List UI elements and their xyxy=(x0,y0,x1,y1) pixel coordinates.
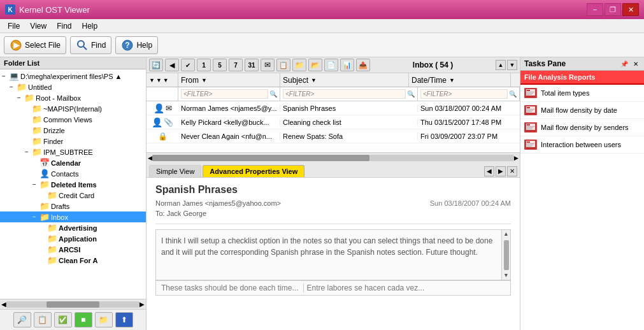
expand-ipm[interactable]: − xyxy=(23,148,31,156)
bottom-btn-up[interactable]: ⬆ xyxy=(115,312,133,327)
tree-item-inbox[interactable]: − 📁 Inbox xyxy=(0,212,146,222)
find-label: Find xyxy=(91,41,106,50)
clean-label: Clean For A xyxy=(59,257,97,264)
tree-item-finder[interactable]: + 📁 Finder xyxy=(0,136,146,147)
scroll-right-btn[interactable]: ▶ xyxy=(140,301,145,308)
tree-root-path[interactable]: − 💻 D:\megha\experiment files\PS ▲ xyxy=(0,71,146,82)
tree-item-drafts[interactable]: + 📁 Drafts xyxy=(0,201,146,212)
toolbar-btn-3[interactable]: 5 xyxy=(213,59,227,71)
tree-item-mapisp[interactable]: + 📁 ~MAPISP(Internal) xyxy=(0,103,146,114)
tree-item-advertising[interactable]: + 📁 Advertising xyxy=(0,222,146,233)
expand-inbox[interactable]: − xyxy=(31,213,38,221)
expand-root[interactable]: − xyxy=(0,73,8,80)
expand-deleted[interactable]: − xyxy=(31,181,38,189)
close-button[interactable]: ✕ xyxy=(622,3,639,16)
tree-item-untitled[interactable]: − 📁 Untitled xyxy=(0,82,146,92)
bottom-btn-search[interactable]: 🔎 xyxy=(13,312,31,327)
report-item-senders[interactable]: Mail flow density by senders xyxy=(520,119,644,136)
tab-advanced-properties[interactable]: Advanced Properties View xyxy=(203,165,304,177)
hscroll-left[interactable]: ◀ xyxy=(148,155,152,161)
report-item-total[interactable]: Total item types xyxy=(520,85,644,102)
tab-nav-close[interactable]: ✕ xyxy=(507,166,517,176)
tasks-pane-header: Tasks Pane 📌 ✕ xyxy=(520,57,644,71)
toolbar-btn-7[interactable]: 📁 xyxy=(292,59,306,71)
col-icons-drop3[interactable]: ▼ xyxy=(163,77,169,83)
refresh-btn[interactable]: 🔄 xyxy=(149,59,163,71)
hscroll-right[interactable]: ▶ xyxy=(514,155,519,161)
col-header-from[interactable]: From ▼ xyxy=(178,73,280,87)
bottom-btn-green[interactable]: ■ xyxy=(75,312,92,327)
bottom-btn-list[interactable]: 📋 xyxy=(34,312,52,327)
row3-date: Fri 03/09/2007 23:07 PM xyxy=(418,133,520,140)
folder-tree[interactable]: − 💻 D:\megha\experiment files\PS ▲ − 📁 U… xyxy=(0,69,146,299)
bottom-btn-check[interactable]: ✅ xyxy=(54,312,72,327)
tree-item-clean-for-a[interactable]: + 📁 Clean For A xyxy=(0,255,146,266)
tab-nav-next[interactable]: ▶ xyxy=(496,166,506,176)
tree-item-calendar[interactable]: + 📅 Calendar xyxy=(0,157,146,168)
find-button[interactable]: Find xyxy=(70,36,111,54)
tree-item-common-views[interactable]: + 📁 Common Views xyxy=(0,114,146,125)
email-hscroll-thumb xyxy=(152,155,369,161)
tree-item-contacts[interactable]: + 👤 Contacts xyxy=(0,168,146,179)
toolbar-btn-2[interactable]: 1 xyxy=(197,59,211,71)
tasks-pane-pin[interactable]: 📌 xyxy=(619,61,630,68)
col-header-datetime[interactable]: Date/Time ▼ xyxy=(409,73,511,87)
tasks-pane-close[interactable]: ✕ xyxy=(631,61,640,68)
inbox-nav-up[interactable]: ▲ xyxy=(496,60,506,70)
table-row[interactable]: 👤 📎 Kelly Pickard <kelly@buck... Cleanin… xyxy=(147,115,520,129)
menu-view[interactable]: View xyxy=(25,20,52,32)
body-scroll-up[interactable]: ▲ xyxy=(503,230,509,239)
svg-rect-23 xyxy=(527,129,532,129)
folder-scrollbar-h[interactable] xyxy=(6,301,140,308)
toolbar-btn-1[interactable]: ✔ xyxy=(181,59,195,71)
menu-help[interactable]: Help xyxy=(76,20,103,32)
bottom-btn-folder[interactable]: 📁 xyxy=(95,312,113,327)
scroll-left-btn[interactable]: ◀ xyxy=(1,301,6,308)
toolbar-btn-4[interactable]: 7 xyxy=(229,59,243,71)
tab-nav-prev[interactable]: ◀ xyxy=(484,166,494,176)
inbox-label: Inbox xyxy=(51,213,68,221)
back-btn[interactable]: ◀ xyxy=(165,59,179,71)
toolbar-btn-10[interactable]: 📤 xyxy=(356,59,370,71)
toolbar-btn-9[interactable]: 📊 xyxy=(340,59,354,71)
filter-from-input[interactable] xyxy=(181,89,268,99)
table-row[interactable]: 👤 ✉ Norman James <njames5@y... Spanish P… xyxy=(147,101,520,115)
svg-rect-9 xyxy=(527,92,534,92)
report-item-interaction[interactable]: Interaction between users xyxy=(520,136,644,154)
tree-item-ipm-subtree[interactable]: − 📁 IPM_SUBTREE xyxy=(0,147,146,157)
col-icons-drop2[interactable]: ▼ xyxy=(156,77,162,83)
svg-rect-29 xyxy=(527,146,532,147)
expand-untitled[interactable]: − xyxy=(8,83,15,91)
toolbar-btn-envelope[interactable]: ✉ xyxy=(261,59,275,71)
toolbar-btn-6[interactable]: 📋 xyxy=(276,59,290,71)
inbox-nav-down[interactable]: ▼ xyxy=(507,60,517,70)
filter-subject-input[interactable] xyxy=(283,89,406,99)
contacts-label: Contacts xyxy=(51,170,78,178)
filter-date-input[interactable] xyxy=(420,89,508,99)
select-file-button[interactable]: ▶ Select File xyxy=(4,36,66,54)
menu-find[interactable]: Find xyxy=(52,20,76,32)
tab-simple-view[interactable]: Simple View xyxy=(149,165,201,177)
minimize-button[interactable]: − xyxy=(587,3,603,16)
email-hscrollbar[interactable] xyxy=(152,155,514,161)
toolbar-btn-pdf[interactable]: 📄 xyxy=(324,59,338,71)
toolbar-btn-8[interactable]: 📂 xyxy=(308,59,322,71)
body-scroll-down[interactable]: ▼ xyxy=(503,271,509,280)
tree-item-application[interactable]: + 📁 Application xyxy=(0,233,146,244)
tree-item-credit-card[interactable]: + 📁 Credit Card xyxy=(0,190,146,201)
col-icons-drop[interactable]: ▼ xyxy=(149,77,155,83)
restore-button[interactable]: ❐ xyxy=(605,3,621,16)
tree-item-root-mailbox[interactable]: − 📁 Root - Mailbox xyxy=(0,92,146,103)
table-row[interactable]: 🔒 Never Clean Again <nfu@n... Renew Spat… xyxy=(147,129,520,143)
help-button[interactable]: ? Help xyxy=(115,36,158,54)
toolbar-btn-5[interactable]: 31 xyxy=(245,59,259,71)
preview-body-scrollbar[interactable]: ▲ ▼ xyxy=(501,230,510,280)
col-header-subject[interactable]: Subject ▼ xyxy=(280,73,409,87)
menu-file[interactable]: File xyxy=(3,20,25,32)
expand-root-mailbox[interactable]: − xyxy=(15,94,23,102)
tree-item-arcsi[interactable]: + 📁 ARCSI xyxy=(0,244,146,255)
tree-item-drizzle[interactable]: + 📁 Drizzle xyxy=(0,125,146,136)
report-item-date[interactable]: Mail flow density by date xyxy=(520,102,644,119)
tree-item-deleted-items[interactable]: − 📁 Deleted Items xyxy=(0,179,146,190)
clean-icon: 📁 xyxy=(47,255,57,265)
